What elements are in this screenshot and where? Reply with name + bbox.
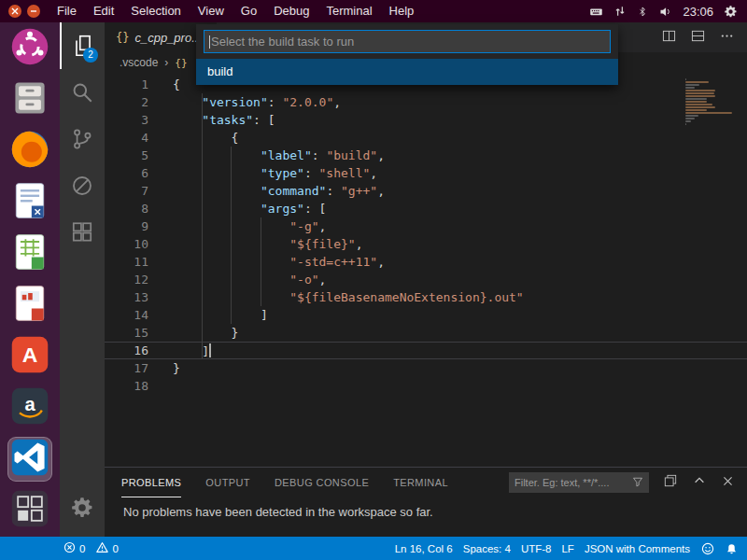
code-line[interactable]: 9 "-g", bbox=[105, 217, 747, 235]
menu-debug[interactable]: Debug bbox=[265, 0, 317, 22]
line-number: 10 bbox=[105, 235, 168, 253]
status-indentation[interactable]: Spaces: 4 bbox=[463, 543, 511, 554]
problems-filter[interactable] bbox=[509, 472, 649, 493]
activity-bar: 2 bbox=[60, 22, 105, 537]
restore-panel-icon[interactable] bbox=[664, 474, 677, 491]
json-file-icon: {} bbox=[175, 57, 187, 69]
code-line[interactable]: 13 "${fileBasenameNoExtension}.out" bbox=[105, 288, 747, 306]
status-error-count[interactable]: 0 bbox=[63, 541, 85, 555]
code-line[interactable]: 12 "-o", bbox=[105, 271, 747, 288]
warning-icon bbox=[96, 541, 108, 555]
menu-edit[interactable]: Edit bbox=[85, 0, 122, 22]
keyboard-indicator-icon[interactable] bbox=[589, 5, 603, 19]
panel-tab-terminal[interactable]: TERMINAL bbox=[393, 468, 448, 497]
status-eol[interactable]: LF bbox=[561, 543, 573, 554]
line-number: 15 bbox=[105, 324, 168, 342]
panel-tab-debug-console[interactable]: DEBUG CONSOLE bbox=[275, 468, 369, 497]
clock[interactable]: 23:06 bbox=[683, 5, 713, 19]
quick-pick-input-box[interactable] bbox=[204, 30, 611, 53]
dock-item-ubuntu-logo-icon[interactable] bbox=[7, 26, 52, 71]
editor-layout-icon[interactable] bbox=[691, 29, 705, 47]
status-encoding[interactable]: UTF-8 bbox=[521, 543, 552, 554]
panel-tab-output[interactable]: OUTPUT bbox=[205, 468, 250, 497]
volume-icon[interactable] bbox=[658, 5, 672, 19]
breadcrumb-folder[interactable]: .vscode bbox=[120, 56, 158, 69]
explorer-badge: 2 bbox=[83, 48, 98, 63]
dock-item-software-center-icon[interactable]: A bbox=[7, 334, 52, 379]
code-line[interactable]: 15 } bbox=[105, 324, 747, 342]
code-line[interactable]: 14 ] bbox=[105, 306, 747, 324]
code-line[interactable]: 8 "args": [ bbox=[105, 200, 747, 217]
menu-file[interactable]: File bbox=[49, 0, 85, 22]
code-editor[interactable]: 1{2 "version": "2.0.0",3 "tasks": [4 {5 … bbox=[105, 73, 747, 467]
status-warning-count[interactable]: 0 bbox=[96, 541, 118, 555]
activity-extensions-icon[interactable] bbox=[60, 209, 105, 256]
activity-search-icon[interactable] bbox=[60, 69, 105, 116]
system-tray: 23:06 bbox=[589, 5, 747, 19]
dock-item-libreoffice-calc-icon[interactable] bbox=[7, 231, 52, 276]
bottom-panel: PROBLEMSOUTPUTDEBUG CONSOLETERMINAL No bbox=[105, 467, 747, 537]
debug-icon bbox=[70, 174, 94, 198]
network-updown-icon[interactable] bbox=[613, 5, 627, 18]
indent-guide bbox=[202, 93, 203, 359]
libreoffice-writer-icon bbox=[9, 180, 50, 225]
menu-selection[interactable]: Selection bbox=[122, 0, 189, 22]
bluetooth-icon[interactable] bbox=[637, 6, 648, 18]
code-line[interactable]: 18 bbox=[105, 377, 747, 395]
firefox-icon bbox=[9, 129, 50, 174]
text-cursor bbox=[209, 35, 210, 49]
menu-help[interactable]: Help bbox=[381, 0, 423, 22]
activity-debug-icon[interactable] bbox=[60, 162, 105, 209]
split-editor-icon[interactable] bbox=[662, 29, 676, 47]
panel-actions bbox=[649, 474, 734, 491]
line-number: 7 bbox=[105, 182, 168, 200]
line-number: 14 bbox=[105, 306, 168, 324]
code-line[interactable]: 6 "type": "shell", bbox=[105, 164, 747, 182]
code-line[interactable]: 16 ] bbox=[105, 342, 747, 359]
panel-tab-problems[interactable]: PROBLEMS bbox=[121, 468, 181, 497]
feedback-smiley-icon[interactable] bbox=[701, 542, 714, 555]
dock-item-file-manager-icon[interactable] bbox=[7, 77, 52, 122]
line-number: 18 bbox=[105, 377, 168, 395]
code-line[interactable]: 17} bbox=[105, 359, 747, 377]
dock-item-amazon-icon[interactable]: a bbox=[7, 385, 52, 430]
activity-source-control-icon[interactable] bbox=[60, 116, 105, 162]
code-line[interactable]: 2 "version": "2.0.0", bbox=[105, 93, 747, 111]
editor-cursor bbox=[209, 343, 211, 357]
line-number: 6 bbox=[105, 164, 168, 182]
window-minimize-button[interactable] bbox=[27, 5, 40, 18]
line-number: 4 bbox=[105, 129, 168, 147]
dock-item-firefox-icon[interactable] bbox=[7, 129, 52, 174]
minimap[interactable] bbox=[685, 78, 732, 129]
filter-input[interactable] bbox=[514, 477, 628, 488]
code-line[interactable]: 11 "-std=c++11", bbox=[105, 253, 747, 271]
dock-item-libreoffice-impress-icon[interactable] bbox=[7, 283, 52, 328]
problems-message: No problems have been detected in the wo… bbox=[105, 497, 747, 519]
menu-go[interactable]: Go bbox=[233, 0, 265, 22]
svg-text:A: A bbox=[22, 343, 38, 367]
activity-files-icon[interactable]: 2 bbox=[60, 22, 105, 69]
code-line[interactable]: 5 "label": "build", bbox=[105, 147, 747, 164]
maximize-panel-chevron-icon[interactable] bbox=[693, 474, 706, 491]
status-left: 00 bbox=[0, 541, 119, 555]
code-line[interactable]: 10 "${file}", bbox=[105, 235, 747, 253]
window-close-button[interactable] bbox=[8, 5, 21, 18]
status-line-col[interactable]: Ln 16, Col 6 bbox=[395, 543, 453, 554]
activity-gear-icon[interactable] bbox=[60, 484, 105, 531]
notifications-bell-icon[interactable] bbox=[726, 542, 738, 555]
code-line[interactable]: 4 { bbox=[105, 129, 747, 147]
filter-funnel-icon[interactable] bbox=[632, 474, 643, 491]
more-actions-icon[interactable] bbox=[720, 29, 734, 47]
menu-terminal[interactable]: Terminal bbox=[317, 0, 380, 22]
menu-view[interactable]: View bbox=[190, 0, 233, 22]
status-language-mode[interactable]: JSON with Comments bbox=[585, 543, 690, 554]
quick-pick-input[interactable] bbox=[211, 35, 605, 49]
quick-pick-item[interactable]: build bbox=[196, 59, 618, 85]
dock-item-workspace-switcher-icon[interactable] bbox=[7, 488, 52, 533]
code-line[interactable]: 3 "tasks": [ bbox=[105, 111, 747, 129]
close-panel-icon[interactable] bbox=[722, 474, 734, 491]
dock-item-vscode-icon[interactable] bbox=[7, 437, 52, 482]
code-line[interactable]: 7 "command": "g++", bbox=[105, 182, 747, 200]
dock-item-libreoffice-writer-icon[interactable] bbox=[7, 180, 52, 225]
session-gear-icon[interactable] bbox=[724, 5, 738, 19]
